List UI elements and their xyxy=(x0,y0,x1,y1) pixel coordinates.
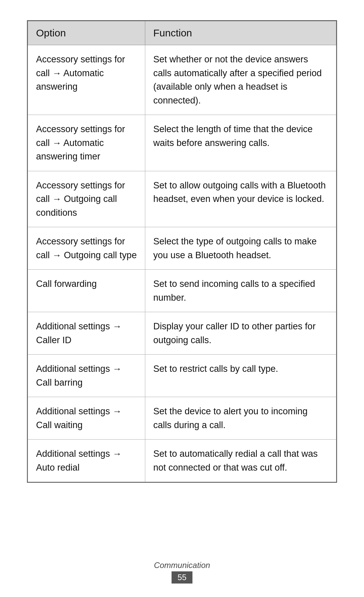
option-cell: Call forwarding xyxy=(28,270,145,312)
table-row: Call forwardingSet to send incoming call… xyxy=(28,270,336,312)
table-row: Additional settings → Call barringSet to… xyxy=(28,355,336,397)
option-cell: Additional settings → Caller ID xyxy=(28,312,145,355)
function-cell: Set whether or not the device answers ca… xyxy=(145,45,336,115)
table-row: Additional settings → Call waitingSet th… xyxy=(28,397,336,440)
table-row: Accessory settings for call → Automatic … xyxy=(28,115,336,171)
footer-section-label: Communication xyxy=(154,561,210,570)
function-cell: Select the length of time that the devic… xyxy=(145,115,336,171)
option-cell: Accessory settings for call → Outgoing c… xyxy=(28,171,145,227)
function-cell: Set to send incoming calls to a specifie… xyxy=(145,270,336,312)
page-footer: Communication 55 xyxy=(154,540,210,584)
option-cell: Additional settings → Auto redial xyxy=(28,440,145,482)
option-cell: Additional settings → Call barring xyxy=(28,355,145,397)
settings-table: Option Function Accessory settings for c… xyxy=(27,20,337,483)
function-cell: Set to allow outgoing calls with a Bluet… xyxy=(145,171,336,227)
function-cell: Set to automatically redial a call that … xyxy=(145,440,336,482)
table-row: Additional settings → Caller IDDisplay y… xyxy=(28,312,336,355)
function-column-header: Function xyxy=(145,21,336,45)
option-column-header: Option xyxy=(28,21,145,45)
table-header-row: Option Function xyxy=(28,21,336,45)
function-cell: Set to restrict calls by call type. xyxy=(145,355,336,397)
option-cell: Accessory settings for call → Outgoing c… xyxy=(28,227,145,270)
table-row: Accessory settings for call → Automatic … xyxy=(28,45,336,115)
option-cell: Additional settings → Call waiting xyxy=(28,397,145,440)
table-row: Accessory settings for call → Outgoing c… xyxy=(28,227,336,270)
page-number: 55 xyxy=(172,571,193,584)
function-cell: Select the type of outgoing calls to mak… xyxy=(145,227,336,270)
function-cell: Display your caller ID to other parties … xyxy=(145,312,336,355)
option-cell: Accessory settings for call → Automatic … xyxy=(28,115,145,171)
table-row: Accessory settings for call → Outgoing c… xyxy=(28,171,336,227)
function-cell: Set the device to alert you to incoming … xyxy=(145,397,336,440)
option-cell: Accessory settings for call → Automatic … xyxy=(28,45,145,115)
table-row: Additional settings → Auto redialSet to … xyxy=(28,440,336,482)
